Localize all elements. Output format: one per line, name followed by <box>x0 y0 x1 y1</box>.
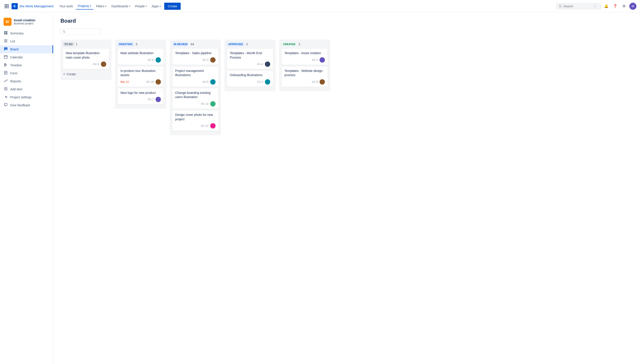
sidebar-item-reports[interactable]: Reports <box>0 77 53 85</box>
svg-rect-15 <box>4 31 6 33</box>
card-date: Mar 12 <box>120 80 129 84</box>
table-row[interactable]: New template illustration main cover pho… <box>63 49 109 69</box>
jira-logo[interactable]: Jira Work Management <box>12 3 54 9</box>
board-search-box[interactable] <box>60 28 100 35</box>
svg-rect-5 <box>8 6 9 7</box>
nav-your-work[interactable]: Your work <box>57 3 75 9</box>
card-id: AC-6 <box>148 58 154 62</box>
svg-rect-21 <box>4 42 7 42</box>
sidebar-item-calendar[interactable]: Calendar <box>0 53 53 61</box>
sidebar-item-project-settings[interactable]: Project settings <box>0 93 53 101</box>
card-footer: AC-12 <box>175 101 216 106</box>
create-card-button[interactable]: + Create <box>63 71 109 78</box>
table-row[interactable]: Templates - Month End Process AC-4 <box>227 49 273 69</box>
card-title: Templates - Month End Process <box>230 51 270 60</box>
search-box[interactable]: / <box>556 3 601 9</box>
table-row[interactable]: Main website illustration AC-6 <box>118 49 163 65</box>
sidebar-item-add-item[interactable]: Add item <box>0 85 53 93</box>
plus-icon: + <box>63 72 65 76</box>
add-item-icon <box>4 87 8 92</box>
table-row[interactable]: Onboarding illustrations AC-2 <box>227 71 273 87</box>
card-id: AC-3 <box>202 58 208 62</box>
table-row[interactable]: Design cover photo for new project AC-12 <box>172 110 218 131</box>
svg-rect-7 <box>6 7 7 8</box>
card-id: AC-7 <box>148 98 154 101</box>
svg-rect-25 <box>4 56 7 58</box>
svg-rect-6 <box>5 7 6 8</box>
table-row[interactable]: Templates - Sales pipeline AC-3 <box>172 49 218 65</box>
avatar <box>155 57 161 62</box>
svg-rect-8 <box>8 7 9 8</box>
card-footer: AC-7 <box>120 97 161 102</box>
svg-rect-4 <box>6 6 7 7</box>
calendar-label: Calendar <box>10 56 23 59</box>
card-title: Change-boarding existing users illustrat… <box>175 91 216 100</box>
card-title: Templates - Website design process <box>284 69 325 78</box>
sidebar-item-give-feedback[interactable]: Give feedback <box>0 101 53 109</box>
card-date-footer: Mar 12 AC-18 <box>120 79 161 84</box>
svg-rect-1 <box>6 4 7 5</box>
sidebar-item-board[interactable]: Board <box>0 45 53 53</box>
sidebar-item-form[interactable]: Form <box>0 69 53 77</box>
avatar <box>265 62 270 67</box>
column-todo-header: TO DO 1 <box>63 42 109 46</box>
nav-apps[interactable]: Apps ▾ <box>149 3 163 9</box>
column-drafting: DRAFTING 3 Main website illustration AC-… <box>115 40 166 109</box>
calendar-icon <box>4 55 8 60</box>
nav-dashboards[interactable]: Dashboards ▾ <box>109 3 132 9</box>
give-feedback-label: Give feedback <box>10 104 30 107</box>
project-name: Asset creation <box>14 18 35 22</box>
list-label: List <box>10 40 15 43</box>
notifications-icon[interactable]: 🔔 <box>603 3 610 10</box>
avatar <box>101 62 106 67</box>
card-title: New logo for new product <box>120 91 161 95</box>
nav-filters[interactable]: Filters ▾ <box>94 3 109 9</box>
project-header: Asset creation Business project <box>0 16 53 29</box>
column-approved: APPROVED 2 Templates - Month End Process… <box>225 40 276 91</box>
svg-rect-29 <box>4 64 6 64</box>
avatar <box>210 101 216 106</box>
sidebar-item-summary[interactable]: Summary <box>0 29 53 37</box>
top-navigation: Jira Work Management Your work Projects … <box>0 0 640 12</box>
nav-people[interactable]: People ▾ <box>133 3 149 9</box>
card-footer: AC-3 <box>175 57 216 62</box>
svg-rect-22 <box>4 47 5 50</box>
table-row[interactable]: Templates - Asset creation AC-1 <box>282 49 328 65</box>
avatar <box>155 97 161 102</box>
avatar <box>210 123 216 128</box>
nav-links: Your work Projects ▾ Filters ▾ Dashboard… <box>57 3 555 10</box>
table-row[interactable]: New logo for new product AC-7 <box>118 88 163 104</box>
board-search-icon <box>63 30 66 33</box>
table-row[interactable]: Change-boarding existing users illustrat… <box>172 88 218 109</box>
board-label: Board <box>10 48 19 51</box>
search-icon <box>559 5 562 8</box>
sidebar-item-list[interactable]: List <box>0 37 53 45</box>
column-created: CREATED 2 Templates - Asset creation AC-… <box>279 40 330 91</box>
svg-rect-23 <box>5 47 6 50</box>
grid-menu-icon[interactable] <box>4 3 10 9</box>
sidebar-item-timeline[interactable]: Timeline <box>0 61 53 69</box>
table-row[interactable]: Project management illustrations AC-8 <box>172 66 218 87</box>
card-footer: AC-8 <box>66 62 106 67</box>
table-row[interactable]: Templates - Website design process AC-6 <box>282 66 328 87</box>
card-title: Main website illustration <box>120 51 161 56</box>
board-icon <box>4 47 8 52</box>
create-button[interactable]: Create <box>164 3 181 10</box>
nav-projects[interactable]: Projects ▾ <box>76 3 94 10</box>
project-info: Asset creation Business project <box>14 18 35 25</box>
card-id: AC-8 <box>93 62 99 66</box>
settings-icon[interactable]: ⚙ <box>620 3 627 10</box>
avatar <box>210 79 216 84</box>
user-avatar[interactable]: U <box>629 3 636 10</box>
card-title: New template illustration main cover pho… <box>66 51 106 60</box>
board-search-input[interactable] <box>67 30 98 34</box>
svg-rect-24 <box>7 47 7 50</box>
give-feedback-icon <box>4 103 8 108</box>
search-input[interactable] <box>563 4 592 8</box>
svg-rect-14 <box>6 22 9 23</box>
help-icon[interactable]: ❓ <box>611 3 619 10</box>
main-layout: Asset creation Business project Summary … <box>0 12 640 364</box>
table-row[interactable]: In-product tour illustration assets Mar … <box>118 66 163 87</box>
avatar <box>210 57 216 62</box>
reports-label: Reports <box>10 80 21 83</box>
